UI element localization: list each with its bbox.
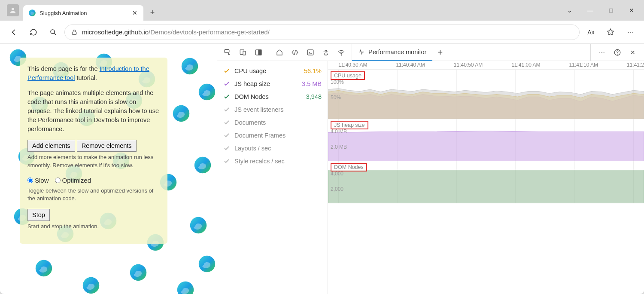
device-emulation-icon[interactable] (235, 44, 251, 61)
titlebar: Sluggish Animation ✕ + ⌄ ― □ ✕ (0, 0, 644, 21)
search-button[interactable] (45, 24, 62, 41)
favorite-button[interactable] (602, 24, 619, 41)
dock-side-icon[interactable] (251, 44, 266, 61)
tab-title: Sluggish Animation (39, 10, 128, 16)
metric-row[interactable]: Document Frames (217, 129, 328, 142)
remove-elements-button[interactable]: Remove elements (77, 140, 137, 152)
intro-paragraph: This demo page is for the Introduction t… (27, 64, 160, 83)
reload-button[interactable] (25, 24, 42, 41)
edge-favicon (28, 9, 36, 17)
time-axis: 11:40:30 AM11:40:40 AM11:40:50 AM11:41:0… (328, 61, 644, 70)
browser-toolbar: microsoftedge.github.io/Demos/devtools-p… (0, 21, 644, 44)
chart-label: DOM Nodes (331, 163, 367, 172)
inspect-element-icon[interactable] (220, 44, 235, 61)
performance-monitor-tab[interactable]: Performance monitor (352, 44, 432, 61)
optimized-radio[interactable]: Optimized (55, 176, 91, 185)
welcome-icon[interactable] (272, 44, 287, 61)
network-icon[interactable] (334, 44, 349, 61)
close-window-button[interactable]: ✕ (622, 2, 641, 19)
svg-rect-34 (258, 50, 261, 55)
charts-area: 11:40:30 AM11:40:40 AM11:40:50 AM11:41:0… (328, 61, 644, 294)
chart-label: JS heap size (331, 121, 368, 129)
slow-radio[interactable]: Slow (27, 176, 49, 185)
url-text: microsoftedge.github.io/Demos/devtools-p… (82, 28, 270, 36)
devtools-tabbar: Performance monitor + ⋯ ✕ (217, 44, 644, 61)
metrics-list: CPU usage56.1%JS heap size3.5 MBDOM Node… (217, 61, 328, 294)
devtools-more-icon[interactable]: ⋯ (594, 44, 610, 61)
svg-point-39 (617, 54, 618, 54)
lock-icon (71, 29, 78, 36)
add-elements-button[interactable]: Add elements (27, 140, 75, 152)
metric-row[interactable]: JS event listeners (217, 103, 328, 116)
metric-row[interactable]: Layouts / sec (217, 142, 328, 155)
console-icon[interactable] (303, 44, 318, 61)
elements-icon[interactable] (287, 44, 303, 61)
svg-point-0 (12, 8, 14, 10)
tab-label: Performance monitor (368, 49, 426, 55)
svg-rect-30 (225, 49, 229, 53)
close-devtools-button[interactable]: ✕ (625, 44, 641, 61)
stop-button[interactable]: Stop (27, 209, 50, 221)
svg-point-3 (51, 30, 55, 34)
more-button[interactable]: ⋯ (622, 24, 639, 41)
svg-rect-35 (307, 50, 313, 55)
metric-row[interactable]: DOM Nodes3,948 (217, 90, 328, 103)
metric-row[interactable]: Documents (217, 116, 328, 129)
pulse-icon (358, 49, 365, 55)
metric-row[interactable]: Style recalcs / sec (217, 155, 328, 168)
chart-label: CPU usage (331, 71, 365, 80)
minimize-button[interactable]: ― (580, 2, 600, 19)
back-button[interactable] (5, 24, 22, 41)
svg-point-36 (325, 50, 327, 52)
svg-rect-4 (72, 32, 76, 34)
metric-row[interactable]: CPU usage56.1% (217, 64, 328, 77)
svg-point-2 (30, 12, 34, 15)
more-tabs-button[interactable]: + (432, 44, 448, 61)
svg-rect-32 (243, 51, 246, 55)
new-tab-button[interactable]: + (145, 5, 160, 20)
body-paragraph: The page animates multiple elements and … (27, 89, 160, 134)
help-icon[interactable] (610, 44, 625, 61)
read-aloud-button[interactable]: A)) (582, 24, 599, 41)
chevron-down-icon[interactable]: ⌄ (560, 2, 580, 19)
address-bar[interactable]: microsoftedge.github.io/Demos/devtools-p… (64, 24, 580, 40)
browser-tab[interactable]: Sluggish Animation ✕ (23, 5, 143, 21)
sources-icon[interactable] (318, 44, 334, 61)
svg-point-37 (341, 55, 342, 55)
page-viewport: This demo page is for the Introduction t… (0, 44, 217, 294)
devtools-panel: Performance monitor + ⋯ ✕ CPU usage56.1%… (217, 44, 644, 294)
demo-info-panel: This demo page is for the Introduction t… (20, 58, 167, 244)
maximize-button[interactable]: □ (601, 2, 621, 19)
tab-close-button[interactable]: ✕ (131, 9, 138, 16)
profile-button[interactable] (7, 4, 19, 16)
toggle-hint: Toggle between the slow and optimized ve… (27, 187, 160, 203)
add-hint: Add more elements to make the animation … (27, 153, 160, 170)
stop-hint: Start and stop the animation. (27, 223, 160, 231)
metric-row[interactable]: JS heap size3.5 MB (217, 77, 328, 90)
